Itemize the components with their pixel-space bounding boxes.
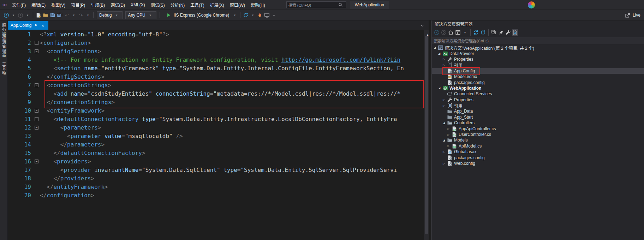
tree-item-dataprovider-packages-config[interactable]: packages.config	[432, 79, 644, 85]
editor-scrollbar[interactable]: ▴	[424, 30, 429, 240]
tree-item-apimodel-cs[interactable]: ▷C#ApiModel.cs	[432, 143, 644, 149]
menu-analyze[interactable]: 分析(N)	[168, 0, 188, 9]
chevron-collapsed-icon[interactable]: ▷	[442, 64, 446, 67]
tree-item-webapplication-packages-config[interactable]: packages.config	[432, 155, 644, 160]
menu-xml[interactable]: XML(X)	[128, 1, 148, 9]
dropdown-caret-icon[interactable]: ▾	[25, 12, 30, 18]
menu-build[interactable]: 生成(B)	[88, 0, 108, 9]
fold-collapse-icon[interactable]: −	[35, 109, 38, 113]
se-home-icon[interactable]	[448, 29, 454, 36]
chevron-expanded-icon[interactable]: ◢	[437, 52, 441, 55]
scrollbar-thumb[interactable]	[425, 36, 428, 234]
solution-configuration-select[interactable]: Debug▾	[97, 11, 123, 19]
tool-tab-server-explorer[interactable]: 服务器资源管理器	[1, 23, 7, 57]
fold-collapse-icon[interactable]: −	[35, 117, 38, 121]
undo-icon[interactable]: ↶	[64, 12, 70, 18]
tree-item-webapplication-references[interactable]: ▷引用	[432, 103, 644, 108]
menu-edit[interactable]: 编辑(E)	[29, 0, 48, 9]
fold-collapse-icon[interactable]: −	[35, 49, 38, 53]
dropdown-caret-icon[interactable]: ▾	[85, 12, 91, 18]
chevron-collapsed-icon[interactable]: ▷	[442, 98, 446, 101]
save-all-icon[interactable]	[57, 12, 62, 18]
tree-item-app-start-folder[interactable]: App_Start	[432, 114, 644, 120]
menu-window[interactable]: 窗口(W)	[227, 0, 248, 9]
code-editor[interactable]: 1<?xml version="1.0" encoding="utf-8"?>2…	[8, 30, 429, 240]
redo-icon[interactable]: ↷	[78, 12, 84, 18]
tree-item-dataprovider-project[interactable]: ◢C#DataProvider	[432, 50, 644, 56]
chevron-expanded-icon[interactable]: ◢	[433, 46, 437, 49]
tree-item-webapplication-project[interactable]: ◢WebApplication	[432, 85, 644, 91]
tree-item-appapicontroller-cs[interactable]: ▷C#AppApiController.cs	[432, 126, 644, 131]
se-switch-views-icon[interactable]	[455, 29, 461, 36]
chevron-collapsed-icon[interactable]: ▷	[446, 133, 451, 136]
tree-item-web-config[interactable]: ▷Web.config	[432, 161, 644, 166]
chevron-collapsed-icon[interactable]: ▷	[442, 150, 446, 154]
open-file-icon[interactable]	[43, 12, 48, 18]
se-refresh-icon[interactable]	[480, 29, 486, 36]
menu-file[interactable]: 文件(F)	[9, 0, 29, 9]
toolbar-overflow-icon[interactable]	[271, 12, 277, 18]
start-debug-button[interactable]: IIS Express (Google Chrome)	[164, 12, 231, 19]
dropdown-caret-icon[interactable]: ▾	[71, 12, 77, 18]
vs-logo-icon[interactable]: ∞	[0, 0, 9, 10]
chevron-collapsed-icon[interactable]: ▷	[442, 162, 446, 165]
hot-reload-icon[interactable]	[257, 12, 263, 18]
se-forward-icon[interactable]	[441, 29, 447, 36]
nav-forward-icon[interactable]	[18, 12, 23, 18]
menu-tools[interactable]: 工具(T)	[187, 0, 207, 9]
close-icon[interactable]: ×	[41, 23, 45, 28]
tree-item-global-asax[interactable]: ▷Global.asax	[432, 149, 644, 155]
dropdown-caret-icon[interactable]: ▾	[11, 12, 16, 18]
tree-item-app-data-folder[interactable]: App_Data	[432, 108, 644, 114]
tool-tab-toolbox[interactable]: 工具箱	[1, 62, 7, 75]
tree-item-solution[interactable]: ◢解决方案"WebApplication"(第 2 个项目, 共 2 个)	[432, 45, 644, 50]
tree-item-dataprovider-references[interactable]: ▷引用	[432, 62, 644, 68]
tab-app-config[interactable]: App.Config×	[8, 21, 48, 30]
menu-help[interactable]: 帮助(H)	[248, 0, 268, 9]
tree-item-controllers-folder[interactable]: ◢Controllers	[432, 120, 644, 126]
se-back-icon[interactable]	[434, 29, 440, 36]
new-file-icon[interactable]	[36, 12, 41, 18]
chevron-expanded-icon[interactable]: ◢	[442, 139, 446, 142]
dropdown-caret-icon[interactable]: ▾	[232, 12, 238, 18]
chevron-expanded-icon[interactable]: ◢	[437, 86, 441, 90]
se-preview-selected-items-icon[interactable]	[512, 29, 518, 36]
fold-collapse-icon[interactable]: −	[35, 160, 38, 163]
se-properties-icon[interactable]	[505, 29, 511, 36]
chevron-collapsed-icon[interactable]: ▷	[442, 104, 446, 107]
tree-item-model-edmx[interactable]: Model.edmx	[432, 74, 644, 79]
tree-item-usercontroller-cs[interactable]: ▷C#UserController.cs	[432, 132, 644, 137]
refresh-browser-icon[interactable]	[243, 12, 249, 18]
fold-collapse-icon[interactable]: −	[35, 126, 38, 130]
nav-back-icon[interactable]	[4, 12, 9, 18]
tree-item-app-config[interactable]: App.Config	[432, 68, 644, 74]
dropdown-caret-icon[interactable]: ▾	[462, 29, 468, 36]
user-avatar[interactable]	[528, 1, 535, 8]
fold-collapse-icon[interactable]: −	[35, 83, 38, 87]
pin-icon[interactable]	[34, 23, 38, 28]
dropdown-caret-icon[interactable]: ▾	[250, 12, 256, 18]
tab-list-chevron-icon[interactable]	[419, 23, 425, 29]
menu-project[interactable]: 项目(P)	[68, 0, 88, 9]
fold-collapse-icon[interactable]: −	[35, 41, 38, 45]
quick-search-box[interactable]: 搜索 (Ctrl+Q)	[286, 1, 346, 8]
chevron-expanded-icon[interactable]: ◢	[442, 121, 446, 125]
menu-debug[interactable]: 调试(D)	[108, 0, 128, 9]
se-collapse-all-icon[interactable]	[491, 29, 497, 36]
tree-item-models-folder[interactable]: ◢Models	[432, 137, 644, 143]
menu-extensions[interactable]: 扩展(X)	[207, 0, 227, 9]
save-icon[interactable]	[50, 12, 55, 18]
chevron-collapsed-icon[interactable]: ▷	[442, 58, 446, 61]
se-sync-with-active-document-icon[interactable]	[473, 29, 479, 36]
chevron-collapsed-icon[interactable]: ▷	[446, 127, 451, 130]
tree-item-connected-services[interactable]: Connected Services	[432, 91, 644, 97]
menu-test[interactable]: 测试(S)	[148, 0, 168, 9]
performance-profiler-icon[interactable]	[264, 12, 270, 18]
solution-search-box[interactable]: 搜索解决方案资源管理器(Ctrl+;)	[432, 37, 644, 44]
menu-view[interactable]: 视图(V)	[48, 0, 68, 9]
tree-item-dataprovider-properties[interactable]: ▷Properties	[432, 56, 644, 62]
live-share-button[interactable]: Live	[624, 10, 640, 20]
tree-item-webapplication-properties[interactable]: ▷Properties	[432, 97, 644, 103]
chevron-collapsed-icon[interactable]: ▷	[446, 144, 451, 148]
se-pin-icon[interactable]	[498, 29, 504, 36]
